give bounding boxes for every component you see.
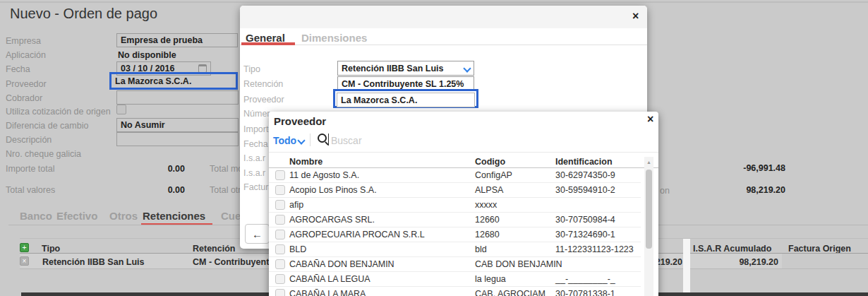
provider-name: BLD <box>289 244 306 254</box>
scrollbar-track[interactable]: ▲ <box>644 157 653 296</box>
back-button[interactable]: ← <box>245 224 270 244</box>
descripcion-input[interactable] <box>116 132 239 146</box>
scrollbar-up-arrow-icon[interactable]: ▲ <box>646 160 651 165</box>
add-row-button[interactable]: + <box>20 243 29 252</box>
delete-row-button[interactable]: × <box>20 256 29 266</box>
diferencia-cambio-label: Diferencia de cambio <box>6 121 88 131</box>
top-edge-divider <box>0 1 868 3</box>
proveedor-focus-highlight: La Mazorca S.C.A. <box>109 72 238 90</box>
total-otro-label-fragment: Total otr <box>210 185 241 195</box>
filter-dropdown[interactable]: Todo <box>273 135 296 146</box>
total-retencion-value: 98,219.20 <box>715 185 785 195</box>
total-moneda-label-fragment: Total mo <box>210 164 243 174</box>
descripcion-label: Descripción <box>6 135 52 145</box>
search-input[interactable]: Buscar <box>331 135 362 146</box>
provider-row[interactable]: CABAÑA DON BENJAMIN CAB DON BENJAMIN <box>269 257 641 272</box>
total-valores-value: 0.00 <box>134 185 185 195</box>
row-checkbox[interactable] <box>275 259 285 269</box>
modal-proveedor-label: Proveedor <box>243 95 284 105</box>
search-text-cursor <box>328 134 329 146</box>
total-moneda-value: -96,991.48 <box>715 163 785 173</box>
row-checkbox[interactable] <box>275 215 285 225</box>
utiliza-cotizacion-label: Utiliza cotización de origen <box>6 107 111 117</box>
tab-efectivo[interactable]: Efectivo <box>56 210 97 222</box>
modal-retencion-label: Retención <box>243 79 283 89</box>
utiliza-cotizacion-checkbox[interactable] <box>116 105 126 114</box>
provider-row[interactable]: BLD bld 11-122331123-1223 <box>269 242 641 257</box>
modal-active-tab-underline <box>241 42 295 45</box>
tab-banco[interactable]: Banco <box>20 210 52 222</box>
modal-tipo-label: Tipo <box>243 64 260 74</box>
provider-identification: 30-62974350-9 <box>555 170 615 180</box>
proveedor-value: La Mazorca S.C.A. <box>115 76 191 86</box>
modal-proveedor-input[interactable]: La Mazorca S.C.A. <box>337 93 475 107</box>
empresa-label: Empresa <box>6 36 41 46</box>
provider-code: ConfigAP <box>475 170 512 180</box>
cobrador-label: Cobrador <box>6 93 42 103</box>
fecha-label: Fecha <box>6 64 30 74</box>
col-factura-origen: Factura Origen <box>788 244 851 254</box>
aplicacion-value: No disponible <box>118 50 176 60</box>
provider-code: xxxxx <box>475 200 497 210</box>
popup-col-nombre: Nombre <box>289 157 323 167</box>
empresa-input[interactable]: Empresa de prueba <box>116 33 238 47</box>
payment-order-screen: Nuevo - Orden de pago Empresa Aplicación… <box>0 0 868 296</box>
provider-code: CAB DON BENJAMIN <box>475 259 562 269</box>
proveedor-input[interactable]: La Mazorca S.C.A. <box>111 74 236 88</box>
row-checkbox[interactable] <box>275 170 285 180</box>
cell-tipo: Retención IIBB San Luis <box>42 257 144 267</box>
diferencia-cambio-value: No Asumir <box>121 120 165 130</box>
modal-tab-dimensiones[interactable]: Dimensiones <box>301 32 367 44</box>
popup-close-icon[interactable]: × <box>647 114 653 125</box>
provider-name: afip <box>289 200 303 210</box>
provider-code: 12680 <box>475 230 500 239</box>
right-total-label-fragment: on <box>660 186 670 196</box>
empresa-value: Empresa de prueba <box>121 35 203 45</box>
modal-tipo-select[interactable]: Retención IIBB San Luis <box>337 61 474 76</box>
provider-identification: 11-122331123-1223 <box>555 244 634 254</box>
filter-chevron-down-icon <box>297 136 305 144</box>
column-gap-strip <box>683 239 690 293</box>
tab-cuentas[interactable]: Cue <box>221 210 241 222</box>
row-checkbox[interactable] <box>275 200 285 210</box>
popup-col-codigo: Codigo <box>475 157 505 167</box>
provider-identification: 30-59594910-2 <box>555 185 615 195</box>
provider-row[interactable]: AGROCARGAS SRL. 12660 30-70750984-4 <box>269 213 641 227</box>
provider-row[interactable]: AGROPECUARIA PROCAN S.R.L 12680 30-71324… <box>269 227 641 242</box>
chevron-down-icon <box>463 64 471 72</box>
diferencia-cambio-select[interactable]: No Asumir <box>116 118 239 132</box>
row-checkbox[interactable] <box>275 289 285 296</box>
nro-cheque-label: Nro. cheque galicia <box>6 149 81 159</box>
provider-code: la legua <box>475 274 506 284</box>
provider-row[interactable]: CABAÑA LA MARA CAB. AGROCIAM 30-70781338… <box>269 287 641 296</box>
modal-tipo-value: Retención IIBB San Luis <box>342 64 443 73</box>
provider-row[interactable]: CABAÑA LA LEGUA la legua __-________-_ <box>269 272 641 287</box>
col-retencion: Retención <box>193 244 235 254</box>
row-checkbox[interactable] <box>275 274 285 284</box>
page-title: Nuevo - Orden de pago <box>10 6 157 22</box>
cobrador-input[interactable] <box>116 90 239 105</box>
provider-row[interactable]: 11 de Agosto S.A. ConfigAP 30-62974350-9 <box>269 168 641 183</box>
row-checkbox[interactable] <box>275 244 285 254</box>
modal-isar2-label: I.s.a.r <box>243 168 265 178</box>
provider-row[interactable]: afip xxxxx <box>269 198 641 213</box>
col-isar-acumulado: I.S.A.R Acumulado <box>693 244 771 254</box>
row-checkbox[interactable] <box>275 185 285 195</box>
provider-code: bld <box>475 244 487 254</box>
cell-isar-acumulado: 98,219.20 <box>701 257 778 267</box>
popup-col-identificacion: Identificacion <box>555 157 613 167</box>
modal-proveedor-value: La Mazorca S.C.A. <box>341 95 417 105</box>
total-valores-label: Total valores <box>6 185 55 195</box>
provider-code: CAB. AGROCIAM <box>475 289 545 296</box>
tab-retenciones[interactable]: Retenciones <box>143 210 205 222</box>
modal-proveedor-focus-highlight: La Mazorca S.C.A. <box>333 89 478 108</box>
aplicacion-label: Aplicación <box>6 50 46 60</box>
scrollbar-thumb[interactable] <box>646 170 652 249</box>
modal-isar1-label: I.s.a.r <box>243 153 265 163</box>
row-checkbox[interactable] <box>275 230 285 239</box>
tab-otros[interactable]: Otros <box>109 210 138 222</box>
provider-row[interactable]: Acopio Los Pinos S.A. ALPSA 30-59594910-… <box>269 183 641 198</box>
provider-code: ALPSA <box>475 185 503 195</box>
modal-close-icon[interactable]: × <box>632 11 639 22</box>
provider-identification: 30-71324690-1 <box>555 230 615 239</box>
